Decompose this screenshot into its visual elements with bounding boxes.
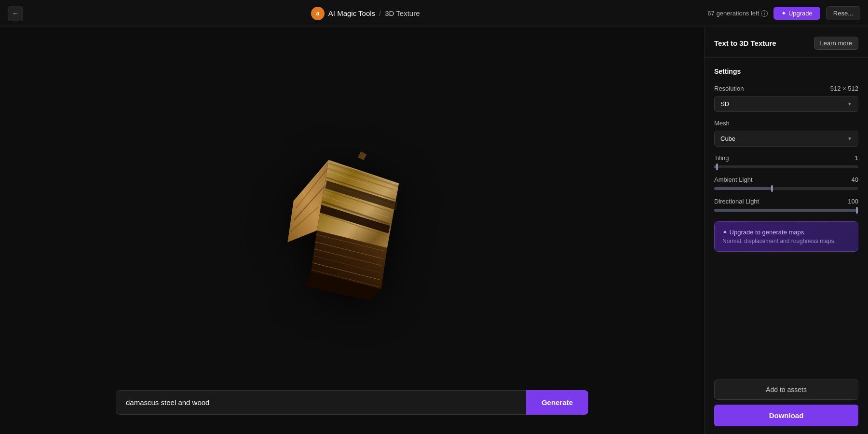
mesh-row: Mesh Cube ▼: [714, 120, 858, 147]
ambient-fill: [714, 187, 772, 190]
app-title: AI Magic Tools: [328, 9, 375, 17]
ambient-value: 40: [852, 176, 858, 183]
ambient-thumb: [771, 185, 773, 192]
header-right: 67 generations left i ✦ Upgrade Rese...: [707, 6, 860, 20]
avatar: a: [311, 7, 325, 20]
ambient-label: Ambient Light: [714, 176, 753, 183]
learn-more-button[interactable]: Learn more: [814, 37, 858, 50]
upgrade-button[interactable]: ✦ Upgrade: [773, 7, 820, 20]
mesh-dropdown[interactable]: Cube ▼: [714, 131, 858, 147]
right-panel: Text to 3D Texture Learn more Settings R…: [704, 27, 868, 434]
directional-fill: [714, 209, 858, 212]
prompt-area: Generate: [116, 390, 588, 415]
tiling-label: Tiling: [714, 154, 729, 162]
resolution-dropdown[interactable]: SD ▼: [714, 96, 858, 112]
upgrade-maps-banner[interactable]: ✦ Upgrade to generate maps. Normal, disp…: [714, 221, 858, 252]
ambient-light-row: Ambient Light 40: [714, 176, 858, 190]
tiling-thumb: [716, 163, 718, 170]
resolution-value: 512 × 512: [830, 85, 858, 92]
canvas-area: Generate: [0, 27, 704, 434]
tiling-value: 1: [855, 154, 858, 162]
generations-left: 67 generations left i: [707, 10, 768, 17]
directional-thumb: [856, 207, 858, 214]
directional-label: Directional Light: [714, 198, 759, 205]
panel-title: Text to 3D Texture: [714, 39, 776, 47]
upgrade-banner-title: ✦ Upgrade to generate maps.: [722, 229, 850, 236]
generate-button[interactable]: Generate: [526, 390, 588, 415]
reset-button[interactable]: Rese...: [826, 6, 860, 20]
add-to-assets-button[interactable]: Add to assets: [714, 380, 858, 400]
upgrade-banner-desc: Normal, displacement and roughness maps.: [722, 238, 850, 244]
ambient-slider[interactable]: [714, 187, 858, 190]
panel-header: Text to 3D Texture Learn more: [705, 27, 868, 58]
main-content: Generate Text to 3D Texture Learn more S…: [0, 27, 868, 434]
directional-slider[interactable]: [714, 209, 858, 212]
chevron-down-icon-mesh: ▼: [847, 136, 852, 141]
back-button[interactable]: ←: [8, 6, 23, 21]
settings-title: Settings: [714, 68, 858, 75]
directional-light-row: Directional Light 100: [714, 198, 858, 212]
download-button[interactable]: Download: [714, 405, 858, 426]
tiling-slider[interactable]: [714, 165, 858, 168]
page-subtitle: 3D Texture: [385, 9, 420, 17]
3d-object: [270, 149, 434, 312]
directional-value: 100: [848, 198, 858, 205]
prompt-input[interactable]: [116, 390, 526, 415]
tiling-row: Tiling 1: [714, 154, 858, 168]
header: ← a AI Magic Tools / 3D Texture 67 gener…: [0, 0, 868, 27]
info-icon[interactable]: i: [761, 10, 768, 17]
3d-object-container: [270, 149, 434, 312]
header-center: a AI Magic Tools / 3D Texture: [29, 7, 702, 20]
resolution-label: Resolution: [714, 85, 744, 92]
settings-section: Settings Resolution 512 × 512 SD ▼ Mesh: [705, 58, 868, 221]
back-icon: ←: [12, 10, 19, 17]
panel-bottom: Add to assets Download: [705, 372, 868, 434]
header-separator: /: [379, 9, 381, 17]
top-spike: [358, 151, 366, 160]
chevron-down-icon: ▼: [847, 101, 852, 107]
resolution-row: Resolution 512 × 512 SD ▼: [714, 85, 858, 112]
mesh-label: Mesh: [714, 120, 730, 127]
